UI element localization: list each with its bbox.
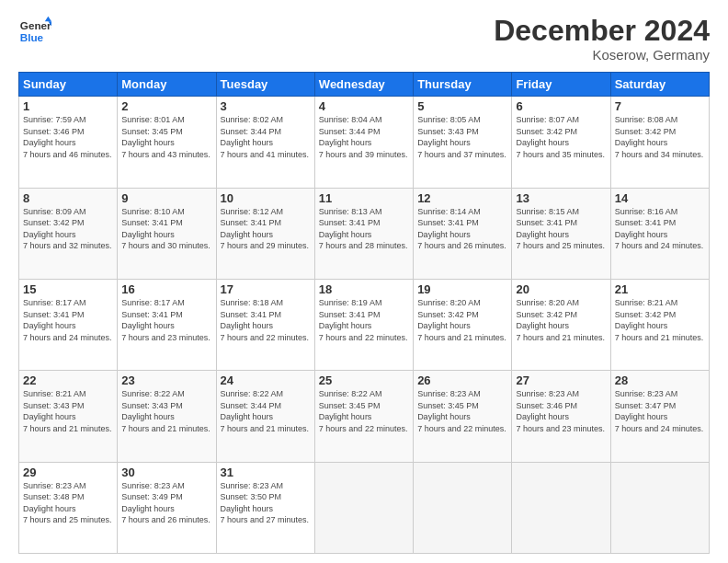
logo: General Blue <box>18 15 51 48</box>
day-number: 21 <box>615 282 705 296</box>
day-number: 30 <box>121 465 211 479</box>
calendar-cell: 23 Sunrise: 8:22 AM Sunset: 3:43 PM Dayl… <box>118 371 216 462</box>
day-number: 6 <box>516 99 606 113</box>
day-number: 29 <box>23 465 113 479</box>
cell-info: Sunrise: 8:23 AM Sunset: 3:48 PM Dayligh… <box>23 480 113 526</box>
calendar-table: Sunday Monday Tuesday Wednesday Thursday… <box>18 72 710 554</box>
subtitle: Koserow, Germany <box>494 47 710 63</box>
day-number: 22 <box>23 373 113 387</box>
cell-info: Sunrise: 8:15 AM Sunset: 3:41 PM Dayligh… <box>516 206 606 252</box>
calendar-header-row: Sunday Monday Tuesday Wednesday Thursday… <box>19 73 710 97</box>
calendar-cell: 16 Sunrise: 8:17 AM Sunset: 3:41 PM Dayl… <box>118 279 216 370</box>
calendar-cell: 9 Sunrise: 8:10 AM Sunset: 3:41 PM Dayli… <box>118 188 216 279</box>
calendar-week-5: 29 Sunrise: 8:23 AM Sunset: 3:48 PM Dayl… <box>19 462 710 553</box>
col-wednesday: Wednesday <box>314 73 413 97</box>
day-number: 18 <box>319 282 409 296</box>
cell-info: Sunrise: 8:05 AM Sunset: 3:43 PM Dayligh… <box>417 114 507 160</box>
day-number: 12 <box>417 191 507 205</box>
calendar-cell: 29 Sunrise: 8:23 AM Sunset: 3:48 PM Dayl… <box>19 462 118 553</box>
day-number: 9 <box>121 191 211 205</box>
day-number: 26 <box>417 373 507 387</box>
calendar-cell: 28 Sunrise: 8:23 AM Sunset: 3:47 PM Dayl… <box>610 371 709 462</box>
calendar-cell: 30 Sunrise: 8:23 AM Sunset: 3:49 PM Dayl… <box>118 462 216 553</box>
calendar-cell: 6 Sunrise: 8:07 AM Sunset: 3:42 PM Dayli… <box>512 97 610 188</box>
calendar-cell: 10 Sunrise: 8:12 AM Sunset: 3:41 PM Dayl… <box>216 188 314 279</box>
day-number: 27 <box>516 373 606 387</box>
calendar-cell: 14 Sunrise: 8:16 AM Sunset: 3:41 PM Dayl… <box>610 188 709 279</box>
day-number: 13 <box>516 191 606 205</box>
cell-info: Sunrise: 8:19 AM Sunset: 3:41 PM Dayligh… <box>319 297 409 343</box>
cell-info: Sunrise: 8:13 AM Sunset: 3:41 PM Dayligh… <box>319 206 409 252</box>
day-number: 16 <box>121 282 211 296</box>
calendar-cell <box>314 462 413 553</box>
calendar-cell: 19 Sunrise: 8:20 AM Sunset: 3:42 PM Dayl… <box>414 279 512 370</box>
day-number: 15 <box>23 282 113 296</box>
cell-info: Sunrise: 8:07 AM Sunset: 3:42 PM Dayligh… <box>516 114 606 160</box>
cell-info: Sunrise: 8:23 AM Sunset: 3:45 PM Dayligh… <box>417 388 507 434</box>
cell-info: Sunrise: 8:08 AM Sunset: 3:42 PM Dayligh… <box>615 114 705 160</box>
cell-info: Sunrise: 7:59 AM Sunset: 3:46 PM Dayligh… <box>23 114 113 160</box>
cell-info: Sunrise: 8:09 AM Sunset: 3:42 PM Dayligh… <box>23 206 113 252</box>
day-number: 31 <box>221 465 311 479</box>
cell-info: Sunrise: 8:01 AM Sunset: 3:45 PM Dayligh… <box>121 114 211 160</box>
cell-info: Sunrise: 8:04 AM Sunset: 3:44 PM Dayligh… <box>319 114 409 160</box>
calendar-cell: 15 Sunrise: 8:17 AM Sunset: 3:41 PM Dayl… <box>19 279 118 370</box>
calendar-week-2: 8 Sunrise: 8:09 AM Sunset: 3:42 PM Dayli… <box>19 188 710 279</box>
svg-text:Blue: Blue <box>20 31 44 43</box>
calendar-cell: 26 Sunrise: 8:23 AM Sunset: 3:45 PM Dayl… <box>414 371 512 462</box>
col-monday: Monday <box>118 73 216 97</box>
calendar-cell <box>610 462 709 553</box>
calendar-cell: 18 Sunrise: 8:19 AM Sunset: 3:41 PM Dayl… <box>314 279 413 370</box>
cell-info: Sunrise: 8:23 AM Sunset: 3:47 PM Dayligh… <box>615 388 705 434</box>
day-number: 7 <box>615 99 705 113</box>
col-thursday: Thursday <box>414 73 512 97</box>
day-number: 23 <box>121 373 211 387</box>
calendar-cell: 25 Sunrise: 8:22 AM Sunset: 3:45 PM Dayl… <box>314 371 413 462</box>
cell-info: Sunrise: 8:20 AM Sunset: 3:42 PM Dayligh… <box>417 297 507 343</box>
calendar-cell: 21 Sunrise: 8:21 AM Sunset: 3:42 PM Dayl… <box>610 279 709 370</box>
cell-info: Sunrise: 8:12 AM Sunset: 3:41 PM Dayligh… <box>221 206 311 252</box>
calendar-cell: 20 Sunrise: 8:20 AM Sunset: 3:42 PM Dayl… <box>512 279 610 370</box>
header: General Blue December 2024 Koserow, Germ… <box>18 15 710 63</box>
calendar-cell: 8 Sunrise: 8:09 AM Sunset: 3:42 PM Dayli… <box>19 188 118 279</box>
cell-info: Sunrise: 8:18 AM Sunset: 3:41 PM Dayligh… <box>221 297 311 343</box>
cell-info: Sunrise: 8:10 AM Sunset: 3:41 PM Dayligh… <box>121 206 211 252</box>
calendar-week-3: 15 Sunrise: 8:17 AM Sunset: 3:41 PM Dayl… <box>19 279 710 370</box>
cell-info: Sunrise: 8:22 AM Sunset: 3:43 PM Dayligh… <box>121 388 211 434</box>
cell-info: Sunrise: 8:02 AM Sunset: 3:44 PM Dayligh… <box>221 114 311 160</box>
calendar-cell <box>512 462 610 553</box>
cell-info: Sunrise: 8:22 AM Sunset: 3:44 PM Dayligh… <box>221 388 311 434</box>
logo-icon: General Blue <box>18 15 51 48</box>
calendar-cell: 5 Sunrise: 8:05 AM Sunset: 3:43 PM Dayli… <box>414 97 512 188</box>
col-sunday: Sunday <box>19 73 118 97</box>
calendar-cell: 11 Sunrise: 8:13 AM Sunset: 3:41 PM Dayl… <box>314 188 413 279</box>
calendar-week-4: 22 Sunrise: 8:21 AM Sunset: 3:43 PM Dayl… <box>19 371 710 462</box>
day-number: 2 <box>121 99 211 113</box>
calendar-cell: 4 Sunrise: 8:04 AM Sunset: 3:44 PM Dayli… <box>314 97 413 188</box>
cell-info: Sunrise: 8:17 AM Sunset: 3:41 PM Dayligh… <box>23 297 113 343</box>
day-number: 28 <box>615 373 705 387</box>
day-number: 25 <box>319 373 409 387</box>
col-saturday: Saturday <box>610 73 709 97</box>
cell-info: Sunrise: 8:21 AM Sunset: 3:42 PM Dayligh… <box>615 297 705 343</box>
calendar-cell: 31 Sunrise: 8:23 AM Sunset: 3:50 PM Dayl… <box>216 462 314 553</box>
calendar-cell: 12 Sunrise: 8:14 AM Sunset: 3:41 PM Dayl… <box>414 188 512 279</box>
calendar-cell: 24 Sunrise: 8:22 AM Sunset: 3:44 PM Dayl… <box>216 371 314 462</box>
col-tuesday: Tuesday <box>216 73 314 97</box>
calendar-cell <box>414 462 512 553</box>
calendar-cell: 3 Sunrise: 8:02 AM Sunset: 3:44 PM Dayli… <box>216 97 314 188</box>
cell-info: Sunrise: 8:20 AM Sunset: 3:42 PM Dayligh… <box>516 297 606 343</box>
cell-info: Sunrise: 8:23 AM Sunset: 3:50 PM Dayligh… <box>221 480 311 526</box>
day-number: 19 <box>417 282 507 296</box>
cell-info: Sunrise: 8:16 AM Sunset: 3:41 PM Dayligh… <box>615 206 705 252</box>
cell-info: Sunrise: 8:23 AM Sunset: 3:49 PM Dayligh… <box>121 480 211 526</box>
calendar-cell: 27 Sunrise: 8:23 AM Sunset: 3:46 PM Dayl… <box>512 371 610 462</box>
main-title: December 2024 <box>494 15 710 47</box>
day-number: 14 <box>615 191 705 205</box>
day-number: 11 <box>319 191 409 205</box>
calendar-week-1: 1 Sunrise: 7:59 AM Sunset: 3:46 PM Dayli… <box>19 97 710 188</box>
title-block: December 2024 Koserow, Germany <box>494 15 710 63</box>
col-friday: Friday <box>512 73 610 97</box>
day-number: 10 <box>221 191 311 205</box>
calendar-cell: 22 Sunrise: 8:21 AM Sunset: 3:43 PM Dayl… <box>19 371 118 462</box>
